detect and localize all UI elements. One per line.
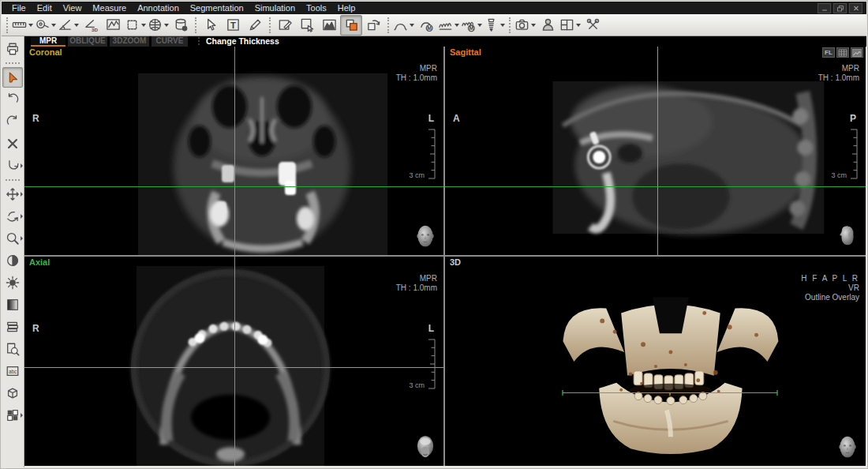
coronal-viewport[interactable]: Coronal MPR TH : 1.0mm R L 3 cm xyxy=(24,47,443,255)
minimize-button[interactable] xyxy=(817,3,831,13)
tab-mpr[interactable]: MPR xyxy=(31,36,65,47)
coronal-crosshair-vertical[interactable] xyxy=(234,47,235,255)
text-tool-button[interactable] xyxy=(222,15,244,36)
axial-thickness-label: TH : 1.0mm xyxy=(396,283,437,293)
coronal-crosshair-horizontal[interactable] xyxy=(24,186,443,187)
sagittal-overlay-info: MPR TH : 1.0mm xyxy=(818,64,859,83)
patient-button[interactable] xyxy=(537,15,559,36)
toolbar-separator xyxy=(509,17,511,33)
layout-checker-button[interactable] xyxy=(2,405,23,426)
sagittal-thickness-label: TH : 1.0mm xyxy=(818,73,859,83)
sagittal-mode-label: MPR xyxy=(818,64,859,73)
grid-view-button[interactable] xyxy=(836,47,849,58)
panoramic-button[interactable] xyxy=(437,15,460,36)
chevron-right-icon xyxy=(21,163,23,168)
restore-button[interactable] xyxy=(833,3,847,13)
chevron-right-icon xyxy=(21,214,23,219)
select-image-button[interactable] xyxy=(296,15,318,36)
brightness-button[interactable] xyxy=(2,272,23,293)
volume-orientation-head-icon xyxy=(837,434,858,460)
arch-measure-button[interactable] xyxy=(415,15,437,36)
menu-file[interactable]: File xyxy=(6,2,32,14)
tab-oblique[interactable]: OBLIQUE xyxy=(68,36,107,47)
menu-segmentation[interactable]: Segmentation xyxy=(185,2,249,14)
sagittal-viewport[interactable]: Sagittal FL MPR TH : 1.0mm A P 3 cm xyxy=(445,47,866,255)
volume-cylinder-button[interactable] xyxy=(170,15,192,36)
rect-roi-button[interactable] xyxy=(124,15,147,36)
tab-curve[interactable]: CURVE xyxy=(152,36,188,47)
view-tab-bar: MPR OBLIQUE 3DZOOM CURVE Change Thicknes… xyxy=(24,36,866,47)
fl-button[interactable]: FL xyxy=(822,47,835,58)
zoom-tool-button[interactable] xyxy=(2,228,23,249)
rotate-object-button[interactable] xyxy=(362,15,384,36)
pencil-tool-button[interactable] xyxy=(244,15,266,36)
menu-simulation[interactable]: Simulation xyxy=(249,2,301,14)
tab-3dzoom[interactable]: 3DZOOM xyxy=(110,36,149,47)
change-thickness-button[interactable]: Change Thickness xyxy=(206,36,279,47)
settings-tools-button[interactable] xyxy=(582,15,604,36)
pan-tool-button[interactable] xyxy=(2,184,23,204)
menu-bar: File Edit View Measure Annotation Segmen… xyxy=(2,2,866,14)
window-level-button[interactable] xyxy=(2,295,23,315)
axial-viewport[interactable]: Axial MPR TH : 1.0mm R L 3 cm xyxy=(24,257,443,466)
cube-view-button[interactable] xyxy=(2,383,23,403)
layers-button[interactable] xyxy=(340,15,362,36)
protractor-3d-button[interactable] xyxy=(80,15,102,36)
toolbar-separator xyxy=(195,17,196,33)
sagittal-scale-label: 3 cm xyxy=(831,171,847,179)
window-controls xyxy=(817,3,866,13)
volume-viewport[interactable]: 3D H F A P L R VR Outline Overlay xyxy=(445,257,866,466)
window-layout-button[interactable] xyxy=(559,15,582,36)
volume-orientation-label: H F A P L R xyxy=(801,274,859,283)
capture-button[interactable] xyxy=(514,15,537,36)
histogram-button[interactable] xyxy=(318,15,340,36)
undo-button[interactable] xyxy=(2,89,23,110)
sagittal-corner-buttons: FL xyxy=(822,47,863,58)
menu-measure[interactable]: Measure xyxy=(87,2,132,14)
print-preview-button[interactable] xyxy=(2,339,23,359)
cursor-tool-button[interactable] xyxy=(200,15,222,36)
sidebar-separator xyxy=(6,62,20,64)
chevron-down-icon xyxy=(455,24,459,27)
menu-annotation[interactable]: Annotation xyxy=(132,2,185,14)
delete-button[interactable] xyxy=(2,133,23,154)
ruler-tool-button[interactable] xyxy=(11,15,34,36)
sagittal-crosshair-vertical[interactable] xyxy=(657,47,658,255)
print-layout-button[interactable] xyxy=(2,317,23,337)
sagittal-orientation-head-icon xyxy=(837,223,858,249)
redo-button[interactable] xyxy=(2,111,23,132)
chevron-down-icon xyxy=(500,24,505,27)
rotate-3d-button[interactable] xyxy=(2,206,23,227)
volume-slice-line[interactable] xyxy=(562,389,778,396)
axial-orientation-left: R xyxy=(32,323,39,334)
arch-tool-button[interactable] xyxy=(392,15,415,36)
implant-button[interactable] xyxy=(483,15,506,36)
chevron-down-icon xyxy=(28,24,33,27)
protractor-button[interactable] xyxy=(57,15,80,36)
chevron-down-icon xyxy=(410,24,414,27)
tape-measure-button[interactable] xyxy=(34,15,57,36)
sagittal-crosshair-horizontal[interactable] xyxy=(445,186,866,187)
print-button[interactable] xyxy=(2,39,23,59)
axial-scale-ruler xyxy=(425,339,437,389)
coronal-view-title: Coronal xyxy=(29,47,62,57)
text-annotation-button[interactable] xyxy=(2,361,23,381)
menu-edit[interactable]: Edit xyxy=(32,2,58,14)
view-grid: Coronal MPR TH : 1.0mm R L 3 cm xyxy=(24,47,866,466)
menu-view[interactable]: View xyxy=(58,2,88,14)
profile-chart-button[interactable] xyxy=(102,15,124,36)
image-view-button[interactable] xyxy=(851,47,863,58)
grid-sphere-button[interactable] xyxy=(147,15,170,36)
axial-crosshair-horizontal[interactable] xyxy=(24,367,443,368)
menu-help[interactable]: Help xyxy=(332,2,361,14)
menu-tools[interactable]: Tools xyxy=(301,2,332,14)
axial-view-title: Axial xyxy=(29,257,50,267)
contrast-button[interactable] xyxy=(2,250,23,271)
close-button[interactable] xyxy=(849,3,862,13)
edit-note-button[interactable] xyxy=(274,15,296,36)
panoramic-measure-button[interactable] xyxy=(460,15,483,36)
rotate-reset-button[interactable] xyxy=(2,156,23,176)
axial-crosshair-vertical[interactable] xyxy=(234,257,235,466)
coronal-orientation-left: R xyxy=(32,113,39,124)
pointer-tool-button[interactable] xyxy=(2,67,23,88)
